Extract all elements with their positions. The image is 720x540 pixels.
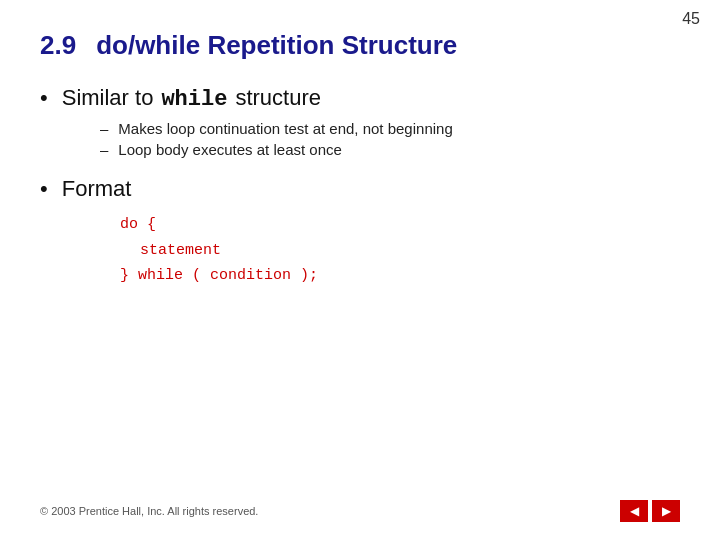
sub-bullet-1-2: Loop body executes at least once xyxy=(100,141,680,158)
sub-bullet-1-1: Makes loop continuation test at end, not… xyxy=(100,120,680,137)
slide-number: 45 xyxy=(682,10,700,28)
slide-title: 2.9do/while Repetition Structure xyxy=(40,30,680,61)
footer-nav: ◀ ▶ xyxy=(620,500,680,522)
bullet-2-main: • Format xyxy=(40,176,680,202)
code-line-2: statement xyxy=(140,238,680,264)
bullet-1-main: • Similar to while structure xyxy=(40,85,680,112)
footer: © 2003 Prentice Hall, Inc. All rights re… xyxy=(40,500,680,522)
code-line-3: } while ( condition ); xyxy=(120,263,680,289)
bullet-1-prefix: Similar to xyxy=(62,85,154,111)
footer-copyright: © 2003 Prentice Hall, Inc. All rights re… xyxy=(40,505,258,517)
bullet-dot-2: • xyxy=(40,176,48,202)
bullet-section-2: • Format do { statement } while ( condit… xyxy=(40,176,680,289)
sub-bullets-1: Makes loop continuation test at end, not… xyxy=(100,120,680,158)
nav-next-button[interactable]: ▶ xyxy=(652,500,680,522)
bullet-2-text: Format xyxy=(62,176,132,202)
code-line-1: do { xyxy=(120,212,680,238)
bullet-section-1: • Similar to while structure Makes loop … xyxy=(40,85,680,158)
code-block: do { statement } while ( condition ); xyxy=(120,212,680,289)
title-text: do/while Repetition Structure xyxy=(96,30,457,60)
section-number: 2.9 xyxy=(40,30,76,60)
bullet-1-suffix: structure xyxy=(235,85,321,111)
bullet-dot-1: • xyxy=(40,85,48,111)
slide: 45 2.9do/while Repetition Structure • Si… xyxy=(0,0,720,540)
nav-prev-button[interactable]: ◀ xyxy=(620,500,648,522)
bullet-1-code: while xyxy=(161,87,227,112)
